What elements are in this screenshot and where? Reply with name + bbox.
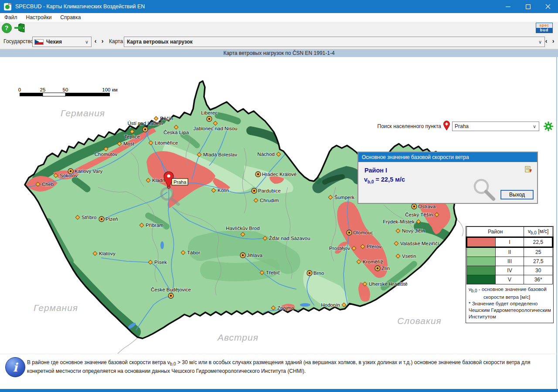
city-label: Ostrava [418,204,436,209]
city-marker-major[interactable] [375,266,380,271]
legend-row: II25 [467,247,553,257]
czech-flag-icon [34,39,44,45]
map-next-button[interactable]: › [550,37,556,44]
city-label: Most [123,141,135,146]
city-marker-major[interactable] [347,230,352,235]
country-label-germany-north: Германия [61,108,105,118]
map-label: Карта [109,38,123,44]
chevron-down-icon: ∨ [85,39,88,45]
print-icon[interactable] [525,166,532,173]
maximize-button[interactable] [518,0,538,13]
city-marker-major[interactable] [252,188,257,193]
legend-col-speed: vb,0 [м/с] [524,227,553,237]
city-label: Šumperk [334,195,354,200]
search-value: Praha [455,123,469,129]
city-label: Žďár nad Sázavou [269,236,310,241]
exit-button[interactable] [13,22,26,34]
info-panel: i В районе где основное значение базовой… [0,354,557,389]
legend-color-swatch [467,237,496,247]
city-label: Teplice [124,134,140,139]
app-icon [4,3,11,10]
menu-help[interactable]: Справка [56,13,85,22]
close-button[interactable] [538,0,558,13]
legend-value: 22,5 [524,237,553,247]
window-title: SPECBUD - Карты Климатических Воздействи… [15,3,145,10]
dialog-title: Основное значение базовой скорости ветра [358,152,537,162]
legend-row: V36* [467,275,553,284]
city-label: Frýdek-Místek [383,219,415,224]
city-label: Pardubice [258,188,281,193]
search-pin-icon [443,121,450,131]
legend-notes: vb,0 - основное значение базовой скорост… [466,284,553,323]
city-marker-major[interactable] [307,270,312,276]
city-marker-major[interactable] [255,172,261,177]
city-marker-major[interactable] [240,253,245,258]
country-label-germany-south: Германия [34,303,78,313]
country-prev-button[interactable]: ‹ [92,37,99,44]
city-label: Písek [154,260,167,265]
svg-text:0: 0 [18,87,21,92]
info-icon: i [5,357,25,377]
city-label: Valašské Meziříčí [400,241,439,246]
map-combobox[interactable]: Карта ветровых нагрузок ∨ [124,37,545,47]
minimize-button[interactable] [498,0,518,13]
city-label: Havlíčkův Brod [226,226,259,231]
city-marker-major[interactable] [168,293,174,298]
city-label: Nový Jičín [402,228,425,233]
toolbar: ? spec bud [0,22,558,34]
city-label: Znojmo [277,305,294,311]
city-label: Plzeň [105,216,118,222]
country-label-slovakia: Словакия [397,316,442,326]
city-label: Vsetín [402,253,416,259]
magnifier-icon [472,178,497,202]
legend-color-swatch [467,275,496,284]
city-label: Litoměřice [155,140,178,145]
search-combobox[interactable]: Praha ∨ [452,122,539,131]
country-label: Государство [3,38,34,44]
exit-dialog-button[interactable]: Выход [500,190,534,199]
country-next-button[interactable]: › [99,37,105,44]
city-label: Prostějov [329,246,350,251]
legend-region: I [495,237,524,247]
city-label: Náchod [257,152,275,157]
menu-bar: Файл Настройки Справка [0,13,558,22]
map-area: 0 25 50 100 км Германия Германия Австрия… [0,57,557,354]
legend-note-asterisk: * Значение будет определено Чешским Гидр… [469,301,551,320]
city-label: Olomouc [353,230,373,235]
city-label: Sokolov [60,173,78,178]
wind-legend: Район vb,0 [м/с] I22,5II25III27,5IV30V36… [466,226,554,323]
legend-value: 30 [524,266,553,275]
scale-bar: 0 25 50 100 км [18,87,118,96]
country-combobox[interactable]: Чехия ∨ [32,37,92,47]
title-bar: SPECBUD - Карты Климатических Воздействи… [0,0,558,13]
search-label: Поиск населенного пункта [378,123,441,129]
city-label: Český Těšín [405,212,433,217]
menu-file[interactable]: Файл [0,13,22,22]
menu-settings[interactable]: Настройки [22,13,56,22]
city-marker-major[interactable] [99,216,104,222]
city-label: Stříbro [82,215,97,220]
legend-col-region: Район [467,227,524,237]
city-label: Zlín [381,266,390,271]
legend-row: IV30 [467,266,553,275]
city-label: Hradec Králové [262,172,296,177]
city-label: Liberec [201,110,218,115]
info-text: В районе где основное значение базовой с… [27,359,553,375]
legend-table: Район vb,0 [м/с] I22,5II25III27,5IV30V36… [466,226,553,284]
city-label: Chomutov [95,152,118,157]
map-title-banner: Карта ветровых нагрузок по ČSN EN 1991-1… [0,49,558,57]
city-label: Příbram [146,223,163,228]
settings-gear-icon[interactable] [543,121,554,132]
svg-text:50: 50 [63,87,68,92]
svg-text:25: 25 [40,87,46,92]
city-marker-major[interactable] [412,204,417,209]
city-label: Karlovy Vary [75,169,103,174]
legend-region: IV [495,266,524,275]
city-label: Hodonín [321,302,340,308]
map-prev-button[interactable]: ‹ [543,37,549,44]
country-label-austria: Австрия [217,332,259,342]
help-button[interactable]: ? [0,22,13,34]
legend-region: V [495,275,524,284]
window-bottom-edge [0,389,558,392]
map-value: Карта ветровых нагрузок [127,39,193,45]
